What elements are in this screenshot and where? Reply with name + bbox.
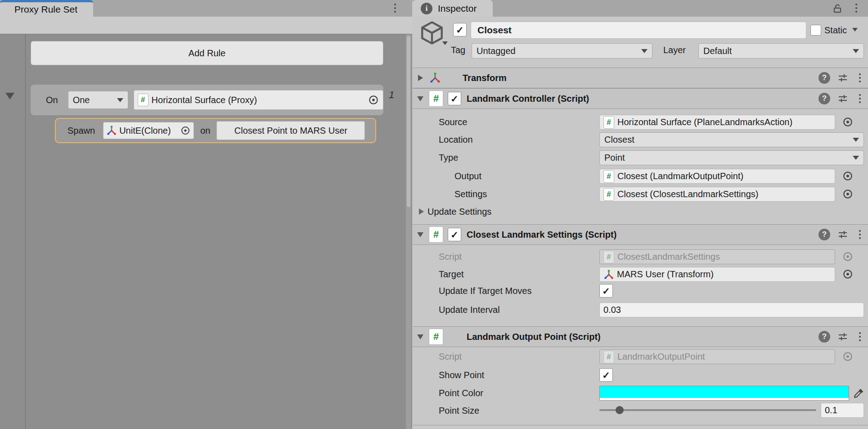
location-dropdown[interactable]: Closest bbox=[599, 132, 864, 147]
object-picker-icon bbox=[842, 188, 854, 200]
gameobject-name: Closest bbox=[477, 25, 512, 36]
transform-header[interactable]: Transform bbox=[413, 68, 868, 88]
script-icon: # bbox=[603, 251, 614, 263]
point-size-slider[interactable] bbox=[599, 403, 816, 417]
proxy-rule-set-panel: Proxy Rule Set Add Rule On One # Horizon… bbox=[0, 0, 412, 429]
slider-handle[interactable] bbox=[616, 406, 624, 414]
kebab-icon bbox=[859, 77, 861, 79]
component-menu-icon[interactable] bbox=[855, 72, 864, 84]
source-object-picker[interactable] bbox=[841, 115, 855, 129]
script-label: Script bbox=[439, 252, 462, 262]
rule-row-number: 1 bbox=[389, 89, 402, 101]
proxy-panel-toolbar bbox=[0, 17, 412, 34]
target-object-picker[interactable] bbox=[841, 267, 855, 281]
proxy-object-field[interactable]: # Horizontal Surface (Proxy) bbox=[134, 90, 383, 110]
object-picker-icon[interactable] bbox=[368, 94, 379, 106]
settings-value: Closest (ClosestLandmarkSettings) bbox=[617, 189, 758, 199]
presets-icon[interactable] bbox=[837, 331, 848, 342]
gameobject-name-field[interactable]: Closest bbox=[471, 22, 806, 39]
component-menu-icon[interactable] bbox=[855, 330, 864, 343]
show-point-checkbox[interactable] bbox=[599, 368, 613, 382]
source-object-field[interactable]: # Horizontal Surface (PlaneLandmarksActi… bbox=[599, 115, 835, 130]
output-object-field[interactable]: # Closest (LandmarkOutputPoint) bbox=[599, 169, 835, 184]
point-size-value: 0.1 bbox=[825, 405, 837, 415]
kebab-icon bbox=[855, 7, 857, 9]
help-icon[interactable] bbox=[819, 229, 830, 240]
spawn-action-row[interactable]: Spawn UnitE(Clone) on Closest Point to M… bbox=[55, 118, 376, 143]
layer-label: Layer bbox=[663, 45, 686, 55]
help-icon[interactable] bbox=[819, 72, 830, 84]
type-value: Point bbox=[604, 153, 625, 163]
source-label: Source bbox=[439, 117, 467, 127]
tag-dropdown[interactable]: Untagged bbox=[472, 43, 652, 59]
presets-icon[interactable] bbox=[837, 93, 848, 104]
rule-condition-row: On One # Horizontal Surface (Proxy) bbox=[31, 85, 383, 115]
panel-menu-icon[interactable] bbox=[391, 2, 400, 14]
script-value: ClosestLandmarkSettings bbox=[617, 252, 720, 262]
help-icon[interactable] bbox=[819, 331, 830, 343]
rule-count-dropdown[interactable]: One bbox=[68, 91, 128, 109]
script-value: LandmarkOutputPoint bbox=[617, 352, 705, 362]
chevron-down-icon bbox=[853, 49, 859, 53]
eyedropper-icon[interactable] bbox=[853, 388, 864, 399]
proxy-panel-tabbar: Proxy Rule Set bbox=[0, 0, 412, 17]
point-size-label: Point Size bbox=[439, 406, 479, 416]
tab-inspector[interactable]: Inspector bbox=[413, 0, 493, 17]
tab-proxy-rule-set[interactable]: Proxy Rule Set bbox=[0, 0, 93, 17]
scrollbar-thumb[interactable] bbox=[407, 36, 410, 207]
point-size-field[interactable]: 0.1 bbox=[821, 403, 864, 418]
location-value: Closest bbox=[604, 135, 634, 145]
spawn-target-button[interactable]: Closest Point to MARS User bbox=[216, 121, 365, 140]
add-rule-button[interactable]: Add Rule bbox=[31, 41, 383, 65]
inspector-menu-icon[interactable] bbox=[852, 2, 861, 14]
tag-value: Untagged bbox=[477, 46, 516, 56]
settings-object-field[interactable]: # Closest (ClosestLandmarkSettings) bbox=[599, 187, 835, 202]
gameobject-cube-icon[interactable] bbox=[419, 20, 445, 46]
component-menu-icon[interactable] bbox=[855, 228, 864, 241]
update-settings-label: Update Settings bbox=[427, 207, 491, 217]
help-icon[interactable] bbox=[819, 93, 830, 104]
chevron-down-icon bbox=[853, 156, 859, 160]
kebab-icon bbox=[859, 234, 861, 235]
component-menu-icon[interactable] bbox=[855, 92, 864, 105]
component-enabled-checkbox[interactable] bbox=[448, 228, 461, 241]
script-icon: # bbox=[429, 329, 443, 345]
static-dropdown[interactable] bbox=[852, 28, 858, 32]
output-value: Closest (LandmarkOutputPoint) bbox=[617, 171, 743, 181]
type-dropdown[interactable]: Point bbox=[599, 150, 864, 165]
point-color-swatch[interactable] bbox=[599, 386, 849, 401]
closest-landmark-settings-header[interactable]: # Closest Landmark Settings (Script) bbox=[413, 224, 868, 245]
landmark-output-point-header[interactable]: # Landmark Output Point (Script) bbox=[413, 326, 868, 347]
component-enabled-checkbox[interactable] bbox=[448, 92, 461, 105]
info-icon bbox=[421, 3, 432, 14]
object-picker-icon bbox=[842, 251, 854, 262]
update-settings-foldout[interactable]: Update Settings bbox=[419, 205, 491, 218]
presets-icon[interactable] bbox=[837, 229, 848, 240]
update-interval-field[interactable]: 0.03 bbox=[599, 303, 864, 317]
layer-dropdown[interactable]: Default bbox=[698, 43, 864, 59]
script-object-picker bbox=[841, 249, 855, 264]
closest-landmark-settings-title: Closest Landmark Settings (Script) bbox=[467, 230, 616, 240]
update-if-target-moves-checkbox[interactable] bbox=[599, 284, 613, 298]
lock-open-icon[interactable] bbox=[832, 3, 843, 14]
layer-value: Default bbox=[703, 46, 732, 56]
chevron-right-icon bbox=[419, 208, 424, 215]
output-object-picker[interactable] bbox=[841, 169, 855, 183]
settings-object-picker[interactable] bbox=[841, 187, 855, 201]
chevron-down-icon bbox=[117, 98, 123, 102]
target-object-field[interactable]: MARS User (Transform) bbox=[599, 267, 835, 282]
landmark-controller-header[interactable]: # Landmark Controller (Script) bbox=[413, 88, 868, 109]
transform-axis-icon bbox=[106, 125, 117, 136]
tab-proxy-rule-set-label: Proxy Rule Set bbox=[14, 4, 77, 15]
location-label: Location bbox=[439, 135, 473, 145]
gameobject-active-checkbox[interactable] bbox=[453, 23, 467, 36]
rule-foldout[interactable] bbox=[5, 93, 14, 99]
object-picker-icon bbox=[842, 268, 854, 280]
color-rgb-area bbox=[600, 386, 849, 398]
presets-icon[interactable] bbox=[837, 72, 848, 83]
static-checkbox[interactable] bbox=[810, 25, 821, 36]
spawn-object-field[interactable]: UnitE(Clone) bbox=[103, 122, 194, 139]
vertical-scrollbar[interactable] bbox=[406, 34, 411, 429]
object-picker-icon[interactable] bbox=[180, 125, 191, 136]
gameobject-icon-dropdown[interactable] bbox=[442, 41, 448, 45]
